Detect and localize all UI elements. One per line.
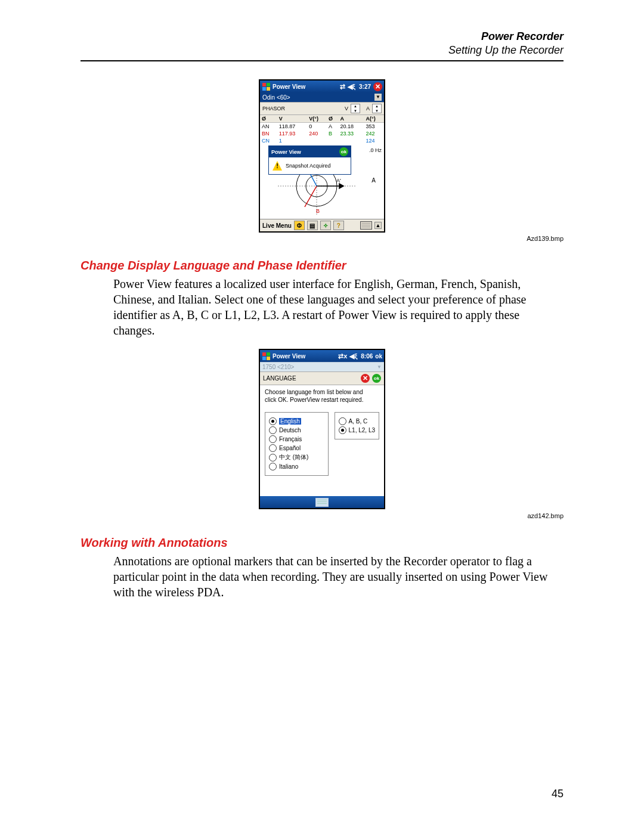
col-v: V <box>277 115 308 123</box>
popup-ok-icon[interactable]: ok <box>339 147 348 156</box>
pv2-message: Choose language from list below and clic… <box>265 389 379 404</box>
figure-1-caption: Azd139.bmp <box>80 235 564 242</box>
cell: BN <box>260 130 277 137</box>
msg-line: click OK. PowerView restart required. <box>265 397 363 403</box>
phase-id-group: A, B, C L1, L2, L3 <box>335 412 379 439</box>
section-2-text: Annotations are optional markers that ca… <box>113 553 564 600</box>
snapshot-popup: Power View ok ! Snapshot Acquired <box>268 145 351 175</box>
header-subtitle: Setting Up the Recorder <box>80 44 564 57</box>
pv1-titlebar: Power View ⇄ ◀ξ 3:27 ✕ <box>260 80 384 92</box>
a-short: A <box>366 106 370 112</box>
cancel-icon[interactable]: ✕ <box>361 374 370 383</box>
radio-abc[interactable]: A, B, C <box>339 417 375 425</box>
language-label: LANGUAGE <box>263 375 296 382</box>
windows-logo-icon[interactable] <box>262 352 270 360</box>
export-icon[interactable]: ✧ <box>320 221 331 230</box>
keyboard-icon[interactable] <box>315 498 329 507</box>
windows-logo-icon[interactable] <box>262 82 270 91</box>
radio-label: Français <box>279 436 302 442</box>
radio-icon <box>339 426 346 434</box>
cell: 117.93 <box>277 130 308 137</box>
cell: 353 <box>364 123 384 131</box>
pv1-phasor-header: PHASOR V ▲▼ A ▲▼ <box>260 102 384 115</box>
col-adeg: A(°) <box>364 115 384 123</box>
radio-chinese[interactable]: 中文 (简体) <box>269 453 324 462</box>
pv2-bottom-bar <box>260 496 384 508</box>
pv1-title: Power View <box>273 83 305 90</box>
cell: 240 <box>307 130 327 137</box>
a-spinner[interactable]: ▲▼ <box>372 104 382 113</box>
help-icon[interactable]: ? <box>333 221 344 230</box>
popup-text: Snapshot Acquired <box>286 163 331 169</box>
section-1-text: Power View features a localized user int… <box>113 276 564 338</box>
connection-icon[interactable]: ⇄ <box>340 83 345 91</box>
radio-icon <box>269 444 277 452</box>
warning-icon: ! <box>273 161 282 171</box>
radio-espanol[interactable]: Español <box>269 444 324 452</box>
cell <box>327 137 339 144</box>
pv2-time: 8:06 <box>361 353 373 360</box>
cell <box>307 137 327 144</box>
radio-label: 中文 (简体) <box>279 453 308 462</box>
figure-2-screenshot: Power View ⇄x ◀ξ 8:06 ok 1750 <210> ▼ LA… <box>259 349 385 509</box>
document-icon[interactable]: ▤ <box>307 221 318 230</box>
cell: A <box>327 123 339 131</box>
pv2-body: Choose language from list below and clic… <box>260 385 384 496</box>
ok-icon[interactable]: ok <box>372 374 381 383</box>
radio-deutsch[interactable]: Deutsch <box>269 426 324 434</box>
figure-1-screenshot: Power View ⇄ ◀ξ 3:27 ✕ Odin <60> ▼ PHASO… <box>259 79 385 233</box>
phasor-table: Ø V V(°) Ø A A(°) AN 118.87 0 A 20.18 <box>260 115 384 144</box>
radio-icon <box>269 417 277 425</box>
col-a: A <box>339 115 364 123</box>
pv2-language-bar: LANGUAGE ✕ ok <box>260 371 384 385</box>
radio-francais[interactable]: Français <box>269 435 324 443</box>
live-menu-button[interactable]: Live Menu <box>262 222 292 229</box>
figure-1-wrapper: Power View ⇄ ◀ξ 3:27 ✕ Odin <60> ▼ PHASO… <box>80 79 564 233</box>
pv2-device-selector[interactable]: 1750 <210> ▼ <box>260 362 384 371</box>
pv2-device-name: 1750 <210> <box>262 364 294 370</box>
svg-text:A': A' <box>336 178 341 184</box>
header-rule <box>80 60 564 61</box>
radio-label: L1, L2, L3 <box>349 427 375 433</box>
msg-line: Choose language from list below and <box>265 389 363 395</box>
close-icon[interactable]: ✕ <box>373 82 382 91</box>
pv1-toolbar: Live Menu Φ ▤ ✧ ? ▲ <box>260 219 384 231</box>
v-spinner[interactable]: ▲▼ <box>351 104 360 113</box>
radio-italiano[interactable]: Italiano <box>269 463 324 470</box>
section-2-heading: Working with Annotations <box>80 536 564 550</box>
popup-title: Power View <box>271 149 301 155</box>
page-header: Power Recorder Setting Up the Recorder <box>80 30 564 57</box>
radio-label: Español <box>279 445 301 451</box>
phasor-label: PHASOR <box>262 106 342 112</box>
axis-a-label: A <box>371 177 376 184</box>
cell <box>339 137 364 144</box>
col-phase2: Ø <box>327 115 339 123</box>
pv2-titlebar: Power View ⇄x ◀ξ 8:06 ok <box>260 350 384 362</box>
radio-english[interactable]: English <box>269 417 324 425</box>
speaker-icon[interactable]: ◀ξ <box>349 352 357 360</box>
dropdown-icon[interactable]: ▼ <box>374 94 382 101</box>
cell: CN <box>260 137 277 144</box>
cell: B <box>327 130 339 137</box>
radio-icon <box>339 417 346 425</box>
keyboard-icon[interactable] <box>360 221 372 230</box>
radio-label: Italiano <box>279 463 298 470</box>
radio-icon <box>269 463 277 470</box>
radio-l1l2l3[interactable]: L1, L2, L3 <box>339 426 375 434</box>
radio-label: A, B, C <box>349 418 368 425</box>
figure-2-wrapper: Power View ⇄x ◀ξ 8:06 ok 1750 <210> ▼ LA… <box>80 349 564 510</box>
pv2-title: Power View <box>273 353 305 360</box>
cell: 0 <box>307 123 327 131</box>
cell: 20.18 <box>339 123 364 131</box>
pv1-device-selector[interactable]: Odin <60> ▼ <box>260 92 384 102</box>
col-vdeg: V(°) <box>307 115 327 123</box>
scroll-up-icon[interactable]: ▲ <box>374 222 382 229</box>
radio-icon <box>269 454 277 462</box>
pv1-device-name: Odin <60> <box>262 94 290 101</box>
connection-icon[interactable]: ⇄x <box>338 352 347 360</box>
speaker-icon[interactable]: ◀ξ <box>348 83 355 91</box>
cell: 118.87 <box>277 123 308 131</box>
pv2-ok-button[interactable]: ok <box>375 353 382 360</box>
phi-icon[interactable]: Φ <box>294 221 305 230</box>
v-short: V <box>345 106 348 112</box>
